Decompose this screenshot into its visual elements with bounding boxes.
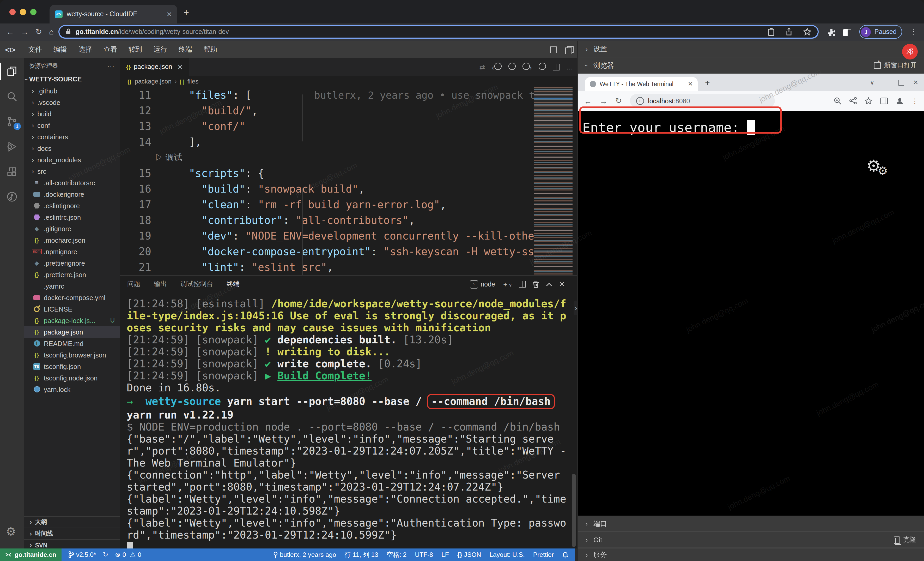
restore-icon[interactable]: [898, 80, 904, 85]
embedded-share-icon[interactable]: [849, 97, 857, 104]
ports-section[interactable]: ›端口: [578, 516, 924, 532]
explorer-more-icon[interactable]: ···: [107, 63, 115, 69]
tree-item-.eslintignore[interactable]: .eslintignore: [24, 200, 120, 211]
tree-item-.prettierrc.json[interactable]: {}.prettierrc.json: [24, 269, 120, 280]
close-editor-icon[interactable]: ✕: [177, 63, 183, 71]
minimap-slider[interactable]: [534, 87, 573, 132]
tree-item-docker-compose.yml[interactable]: docker-compose.yml: [24, 292, 120, 303]
tree-item-package.json[interactable]: {}package.json: [24, 326, 120, 338]
address-bar[interactable]: go.titanide.cn/ide/web/coding/wetty-sour…: [58, 25, 819, 39]
tree-item-.dockerignore[interactable]: .dockerignore: [24, 188, 120, 200]
site-info-icon[interactable]: i: [636, 97, 644, 105]
tree-root[interactable]: ›WETTY-SOURCE: [24, 74, 120, 85]
tree-item-.vscode[interactable]: › .vscode: [24, 96, 120, 108]
manage-gear-icon[interactable]: ⚙: [6, 525, 16, 538]
shell-selector[interactable]: ›node: [470, 280, 495, 288]
terminal-scrollbar[interactable]: [572, 474, 576, 547]
wetty-settings-gears-icon[interactable]: ⚙⚙: [866, 156, 881, 176]
search-icon[interactable]: [6, 90, 18, 103]
tree-item-node_modules[interactable]: › node_modules: [24, 154, 120, 165]
clone-button[interactable]: 克隆: [894, 535, 916, 544]
close-tab-icon[interactable]: ✕: [166, 10, 172, 18]
embedded-side-panel-icon[interactable]: [880, 97, 888, 105]
eol-status[interactable]: LF: [441, 551, 449, 558]
tree-item-tsconfig.json[interactable]: TStsconfig.json: [24, 361, 120, 372]
extensions-puzzle-icon[interactable]: [827, 28, 836, 37]
menu-查看[interactable]: 查看: [98, 45, 123, 54]
nav-back-circle-icon[interactable]: ‹: [492, 62, 502, 71]
share-icon[interactable]: [785, 28, 793, 36]
tree-item-tsconfig.browser.json[interactable]: {}tsconfig.browser.json: [24, 349, 120, 361]
run-debug-icon[interactable]: [6, 140, 18, 153]
panel-tab-输出[interactable]: 输出: [154, 275, 167, 293]
side-panel-icon[interactable]: [843, 28, 852, 37]
menu-文件[interactable]: 文件: [22, 45, 48, 54]
user-avatar[interactable]: 邓: [902, 44, 918, 60]
svn-section[interactable]: › SVN: [24, 539, 120, 549]
close-wetty-tab-icon[interactable]: ✕: [688, 80, 693, 88]
minimize-icon[interactable]: —: [884, 79, 890, 86]
tree-item-.yarnrc[interactable]: ≡.yarnrc: [24, 280, 120, 292]
indentation-status[interactable]: 空格: 2: [387, 550, 407, 559]
reload-icon[interactable]: ↻: [36, 27, 42, 36]
circle-icon[interactable]: [508, 62, 516, 71]
embedded-menu-dots-icon[interactable]: ⋮: [912, 97, 918, 105]
profile-chip[interactable]: J Paused: [860, 25, 902, 39]
notifications-bell-icon[interactable]: [562, 551, 568, 558]
menu-帮助[interactable]: 帮助: [198, 45, 223, 54]
home-icon[interactable]: ⌂: [49, 27, 54, 36]
compare-icon[interactable]: ⇄: [480, 63, 485, 71]
tree-item-.eslintrc.json[interactable]: .eslintrc.json: [24, 211, 120, 223]
tree-item-.mocharc.json[interactable]: {}.mocharc.json: [24, 234, 120, 246]
tree-item-.all-contributorsrc[interactable]: ≡.all-contributorsrc: [24, 177, 120, 188]
wetty-terminal[interactable]: Enter your username: ⚙⚙: [578, 111, 924, 516]
encoding-status[interactable]: UTF-8: [415, 551, 433, 558]
breadcrumb[interactable]: {} package.json › [ ] files: [120, 76, 577, 87]
services-section[interactable]: ›服务: [578, 548, 924, 561]
menu-转到[interactable]: 转到: [123, 45, 148, 54]
remote-indicator[interactable]: go.titanide.cn: [0, 549, 62, 561]
terminal-output[interactable]: [21:24:58] [esinstall] /home/ide/workspa…: [127, 298, 566, 553]
close-window-button[interactable]: [9, 9, 16, 15]
run-history-icon[interactable]: [538, 62, 546, 71]
panel-tab-问题[interactable]: 问题: [127, 275, 140, 293]
tree-item-LICENSE[interactable]: LICENSE: [24, 303, 120, 315]
editor-more-icon[interactable]: …: [566, 63, 573, 71]
menu-运行[interactable]: 运行: [148, 45, 173, 54]
panel-tab-终端[interactable]: 终端: [226, 275, 240, 293]
tree-item-build[interactable]: › build: [24, 108, 120, 119]
tree-item-package-lock.js...[interactable]: {}package-lock.js...U: [24, 315, 120, 326]
browser-tab[interactable]: <> wetty-source - CloudIDE ✕: [50, 5, 177, 24]
nav-forward-circle-icon[interactable]: ›: [522, 62, 532, 71]
menu-终端[interactable]: 终端: [173, 45, 198, 54]
settings-section[interactable]: ›设置: [578, 41, 924, 57]
menu-编辑[interactable]: 编辑: [48, 45, 73, 54]
minimize-window-button[interactable]: [20, 9, 26, 15]
sync-status[interactable]: ↻: [103, 551, 108, 558]
tree-item-tsconfig.node.json[interactable]: {}tsconfig.node.json: [24, 372, 120, 384]
embedded-new-tab-icon[interactable]: +: [705, 78, 710, 88]
timeline-section[interactable]: › 时间线: [24, 528, 120, 539]
tree-item-src[interactable]: › src: [24, 165, 120, 177]
language-status[interactable]: {} JSON: [457, 551, 481, 558]
tree-item-.github[interactable]: › .github: [24, 85, 120, 96]
browser-section[interactable]: ›浏览器 新窗口打开: [578, 57, 924, 74]
remote-explorer-icon[interactable]: [6, 191, 18, 203]
bookmark-star-icon[interactable]: [803, 28, 812, 36]
editor-tab-package-json[interactable]: {} package.json ✕: [120, 58, 189, 76]
fullscreen-icon[interactable]: [550, 46, 557, 53]
embedded-address-bar[interactable]: i localhost:8080: [630, 94, 775, 107]
outline-section[interactable]: › 大纲: [24, 516, 120, 528]
open-new-window-button[interactable]: 新窗口打开: [874, 61, 917, 70]
forward-icon[interactable]: →: [21, 27, 28, 36]
back-icon[interactable]: ←: [6, 27, 14, 36]
explorer-icon[interactable]: [6, 65, 18, 78]
new-tab-button[interactable]: +: [183, 7, 189, 18]
clipboard-icon[interactable]: [768, 28, 775, 36]
tree-item-docs[interactable]: › docs: [24, 143, 120, 154]
tree-item-.npmignore[interactable]: npm.npmignore: [24, 246, 120, 257]
maximize-window-button[interactable]: [30, 9, 36, 15]
wetty-tab[interactable]: WeTTY - The Web Terminal ✕: [585, 77, 698, 91]
branch-status[interactable]: v2.5.0*: [68, 551, 96, 558]
embedded-profile-icon[interactable]: [896, 97, 904, 105]
